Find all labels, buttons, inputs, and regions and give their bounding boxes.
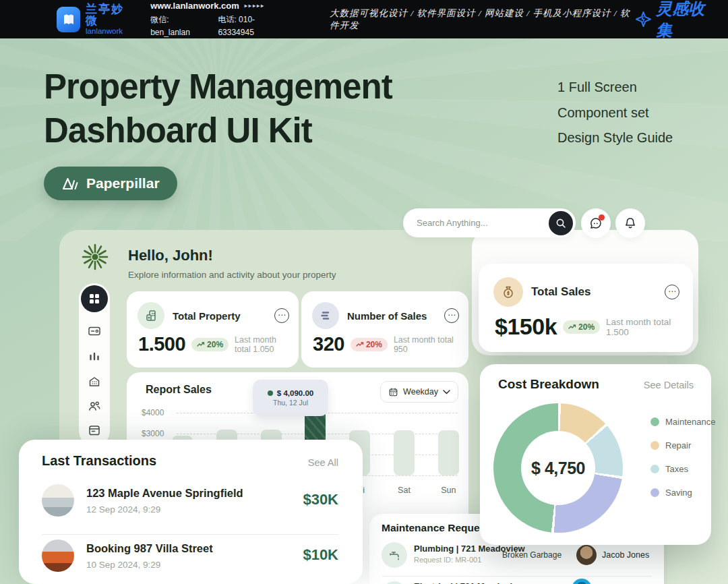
tooltip-dot: [268, 390, 273, 396]
search-bar: [403, 208, 576, 237]
maintenance-title: Maintenance Request: [382, 522, 489, 534]
website-url: www.lanlanwork.com: [150, 0, 239, 13]
arrows-decoration: ▸▸▸▸▸: [245, 2, 265, 11]
wechat-label: 微信: ben_lanlan: [150, 13, 206, 39]
stat-note: Last month total 1.050: [235, 335, 291, 354]
transaction-row[interactable]: Booking 987 Villa Street 10 Sep 2024, 9:…: [42, 539, 338, 583]
brand-name-en: lanlanwork: [86, 27, 133, 35]
search-icon: [555, 218, 566, 229]
stat-card-total-sales: Total Sales ⋯ $150k 20% Last month total…: [479, 264, 693, 352]
trend-up-icon: [197, 341, 205, 347]
stat-title: Total Property: [173, 310, 266, 322]
transaction-row[interactable]: 123 Maple Avenue Springfield 12 Sep 2024…: [42, 484, 338, 527]
avatar: [572, 579, 592, 584]
divider: [382, 576, 652, 577]
paperpillar-label: Paperpillar: [86, 175, 160, 192]
maintenance-type: Electrical | 721 Meadoview: [414, 581, 524, 584]
transactions-title: Last Transactions: [42, 453, 156, 469]
maintenance-request-id: Request ID: MR-001: [414, 556, 481, 564]
page-title: Property Management Dashboard UI Kit: [44, 65, 392, 152]
legend-item: Taxes: [650, 464, 715, 474]
sidebar-item-analytics[interactable]: [88, 350, 101, 363]
transaction-amount: $30K: [303, 491, 338, 508]
cost-donut-chart: $ 4,750: [493, 403, 623, 533]
x-label: Sat: [390, 486, 419, 495]
notifications-button[interactable]: [615, 208, 645, 238]
feature-item: Component set: [557, 100, 673, 126]
more-options-button[interactable]: ⋯: [444, 308, 459, 323]
trend-badge: 20%: [563, 320, 600, 334]
legend-dot: [650, 488, 659, 497]
top-banner: 兰亭妙微 lanlanwork www.lanlanwork.com ▸▸▸▸▸…: [0, 0, 728, 38]
trend-up-icon: [568, 324, 576, 330]
see-details-link[interactable]: See Details: [644, 380, 694, 390]
sidebar-item-cards[interactable]: [88, 324, 101, 338]
transaction-amount: $10K: [303, 546, 338, 564]
sidebar-item-properties[interactable]: [88, 375, 101, 388]
more-options-button[interactable]: ⋯: [665, 285, 679, 299]
donut-center-value: $ 4,750: [531, 459, 585, 478]
legend-item: Maintenance: [650, 417, 715, 427]
cost-breakdown-card: Cost Breakdown See Details $ 4,750 Maint…: [480, 364, 711, 545]
x-label: Sun: [433, 486, 463, 495]
trend-badge: 20%: [351, 338, 388, 351]
search-button[interactable]: [549, 211, 573, 235]
more-options-button[interactable]: ⋯: [274, 308, 289, 323]
building-icon: [138, 302, 164, 329]
sidebar-item-dashboard[interactable]: [81, 285, 108, 312]
brand-name-cn: 兰亭妙微: [86, 3, 133, 28]
trend-up-icon: [356, 341, 364, 347]
stat-note: Last month total 1.500: [606, 317, 685, 337]
inspiration-collect-logo: 灵感收集: [635, 0, 716, 41]
report-bar-sun: [438, 430, 459, 475]
see-all-link[interactable]: See All: [308, 457, 338, 468]
stat-note: Last month total 950: [394, 335, 460, 354]
transaction-date: 10 Sep 2024, 9:29: [86, 560, 160, 570]
sidebar-nav: [79, 283, 110, 446]
brand-logo: 兰亭妙微 lanlanwork: [57, 3, 133, 36]
legend-dot: [650, 417, 659, 426]
feature-list: 1 Full Screen Component set Design Style…: [557, 75, 673, 151]
maintenance-person: Jacob Jones: [602, 550, 649, 560]
tooltip-value: $ 4,090.00: [277, 389, 313, 397]
report-bar-sat: [394, 430, 415, 475]
greeting-subtitle: Explore information and activity about y…: [128, 270, 336, 280]
property-photo: [42, 484, 74, 517]
stat-card-total-property: Total Property ⋯ 1.500 20% Last month to…: [127, 291, 299, 368]
paperpillar-badge: Paperpillar: [44, 167, 177, 200]
feature-item: Design Style Guide: [557, 125, 673, 151]
stat-value: $150k: [495, 314, 557, 340]
stat-value: 320: [313, 333, 344, 355]
trend-badge: 20%: [191, 338, 229, 351]
legend-dot: [650, 465, 659, 473]
cost-legend: Maintenance Repair Taxes Saving: [650, 417, 715, 498]
stat-card-number-of-sales: Number of Sales ⋯ 320 20% Last month tot…: [301, 291, 468, 368]
services-list: 大数据可视化设计 / 软件界面设计 / 网站建设 / 手机及小程序设计 / 软件…: [330, 7, 635, 32]
transaction-name: Booking 987 Villa Street: [86, 542, 213, 555]
transaction-date: 12 Sep 2024, 9:29: [86, 504, 160, 515]
contact-info: www.lanlanwork.com ▸▸▸▸▸ 微信: ben_lanlan …: [150, 0, 285, 39]
plumbing-icon: [382, 542, 407, 568]
cost-breakdown-title: Cost Breakdown: [498, 377, 599, 392]
donut-hole: $ 4,750: [521, 431, 595, 505]
stat-title: Number of Sales: [347, 310, 436, 322]
last-transactions-card: Last Transactions See All 123 Maple Aven…: [19, 440, 363, 584]
tooltip-date: Thu, 12 Jul: [273, 399, 308, 407]
sidebar-item-schedule[interactable]: [88, 424, 101, 437]
stat-title: Total Sales: [531, 285, 657, 299]
feature-item: 1 Full Screen: [557, 75, 673, 100]
sidebar-item-tenants[interactable]: [88, 399, 101, 413]
greeting-title: Hello, John!: [128, 247, 213, 264]
bell-icon: [624, 216, 637, 230]
book-logo-icon: [57, 7, 80, 32]
maintenance-issue: Broken Garbage: [502, 550, 562, 560]
search-input[interactable]: [417, 218, 549, 228]
collect-text: 灵感收集: [656, 0, 716, 41]
property-photo: [42, 539, 74, 572]
sparkle-star-icon: [635, 10, 652, 28]
legend-item: Saving: [650, 488, 715, 498]
notification-dot: [599, 214, 605, 221]
paperpillar-triangle-icon: [61, 176, 80, 191]
electrical-icon: [382, 581, 407, 584]
messages-button[interactable]: [581, 208, 611, 238]
